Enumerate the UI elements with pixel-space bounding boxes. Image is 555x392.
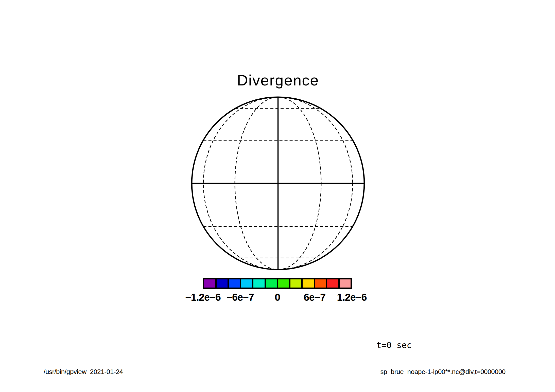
footer-filename: sp_brue_noape-1-ip00**.nc@div,t=0000000 <box>380 368 506 375</box>
colorbar-tick-label: −1.2e−6 <box>185 292 221 303</box>
colorbar-cell <box>278 279 289 288</box>
colorbar-cell <box>266 279 277 288</box>
time-label: t=0 sec <box>376 341 412 350</box>
colorbar-tick-label: −6e−7 <box>227 292 254 303</box>
colorbar-tick-label: 6e−7 <box>304 292 325 303</box>
colorbar-cell <box>204 279 215 288</box>
colorbar-cell <box>217 279 228 288</box>
colorbar-tick-label: 0 <box>275 292 280 303</box>
colorbar-cell <box>303 279 314 288</box>
colorbar-cell <box>327 279 338 288</box>
colorbar-cell <box>229 279 240 288</box>
globe-map <box>189 95 367 272</box>
colorbar-cell <box>340 279 351 288</box>
colorbar-cell <box>241 279 252 288</box>
footer-command-date: /usr/bin/gpview 2021-01-24 <box>44 368 123 375</box>
colorbar-tick-label: 1.2e−6 <box>337 292 367 303</box>
colorbar-cell <box>253 279 265 288</box>
plot-title: Divergence <box>237 73 319 88</box>
colorbar-cell <box>290 279 302 288</box>
colorbar <box>203 278 352 289</box>
colorbar-cell <box>315 279 326 288</box>
plot-canvas: Divergence −1.2e−6−6e−706e−71.2e−6 t=0 s… <box>0 0 555 392</box>
